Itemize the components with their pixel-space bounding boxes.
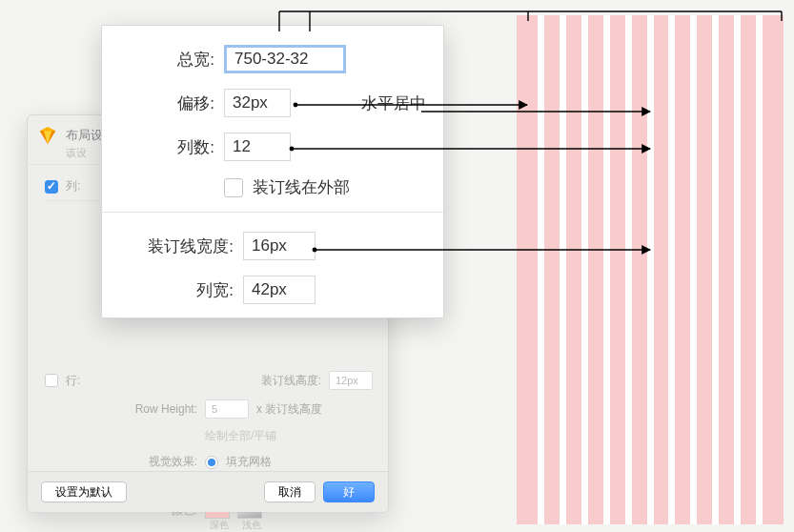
- fill-radio[interactable]: [205, 456, 218, 469]
- light-swatch-label: 浅色: [239, 519, 264, 532]
- col-width-label: 列宽:: [123, 279, 234, 301]
- grid-col: [682, 15, 683, 524]
- callout-section-bottom: 装订线宽度: 列宽:: [102, 213, 443, 317]
- grid-gutter: [647, 15, 654, 524]
- cols-input[interactable]: [224, 133, 291, 161]
- grid-gutter: [668, 15, 675, 524]
- grid-col: [703, 15, 705, 524]
- grid-gutter: [625, 15, 632, 524]
- offset-label: 偏移:: [123, 92, 214, 114]
- gutter-outside-label: 装订线在外部: [253, 176, 350, 198]
- panel-footer: 设置为默认 取消 好: [28, 471, 388, 512]
- callout-section-top: 总宽: 偏移: 水平居中 列数: 装订线在外部: [102, 26, 443, 212]
- gutter-outside-checkbox[interactable]: [224, 178, 243, 197]
- grid-col: [529, 15, 531, 524]
- columns-checkbox[interactable]: [45, 180, 58, 194]
- row-height-input[interactable]: [205, 399, 249, 419]
- grid-col: [769, 15, 771, 524]
- sketch-app-icon: [37, 125, 58, 146]
- alignment-selector[interactable]: 水平居中: [361, 92, 426, 114]
- row-height-label: Row Height:: [45, 402, 197, 416]
- gutter-height-label: 装订线高度:: [261, 373, 321, 389]
- grid-gutter: [756, 15, 763, 524]
- grid-col: [595, 15, 597, 524]
- total-width-input[interactable]: [224, 45, 346, 73]
- panel-title: 布局设: [66, 127, 103, 144]
- grid-gutter: [581, 15, 588, 524]
- grid-gutter: [734, 15, 741, 524]
- grid-col: [551, 15, 553, 524]
- grid-col: [747, 15, 749, 524]
- grid-col: [617, 15, 619, 524]
- grid-gutter: [603, 15, 610, 524]
- grid-gutter: [538, 15, 544, 524]
- rows-label: 行:: [66, 373, 80, 389]
- rows-checkbox[interactable]: [45, 374, 58, 387]
- gutter-width-input[interactable]: [243, 232, 316, 260]
- callout-panel: 总宽: 偏移: 水平居中 列数: 装订线在外部 装订线宽度: 列宽:: [101, 25, 444, 318]
- offset-input[interactable]: [224, 89, 291, 117]
- dark-swatch-label: 深色: [207, 519, 232, 532]
- grid-col: [639, 15, 641, 524]
- set-default-button[interactable]: 设置为默认: [41, 481, 127, 502]
- gutter-height-input[interactable]: [329, 371, 373, 390]
- grid-col: [573, 15, 575, 524]
- grid-preview: [517, 15, 784, 524]
- grid-gutter: [690, 15, 697, 524]
- col-width-input[interactable]: [243, 276, 316, 304]
- total-width-label: 总宽:: [123, 49, 214, 71]
- grid-col: [661, 15, 662, 524]
- grid-gutter: [560, 15, 566, 524]
- grid-col: [725, 15, 727, 524]
- row-height-suffix: x 装订线高度: [256, 401, 322, 418]
- fill-label: 填充网格: [226, 454, 272, 470]
- gutter-width-label: 装订线宽度:: [123, 235, 234, 257]
- columns-label: 列:: [66, 178, 80, 194]
- fit-label: 绘制全部/平铺: [205, 428, 276, 444]
- cols-label: 列数:: [123, 136, 214, 158]
- grid-gutter: [712, 15, 719, 524]
- ok-button[interactable]: 好: [323, 481, 375, 502]
- visual-label: 视觉效果:: [45, 454, 197, 470]
- cancel-button[interactable]: 取消: [264, 481, 316, 502]
